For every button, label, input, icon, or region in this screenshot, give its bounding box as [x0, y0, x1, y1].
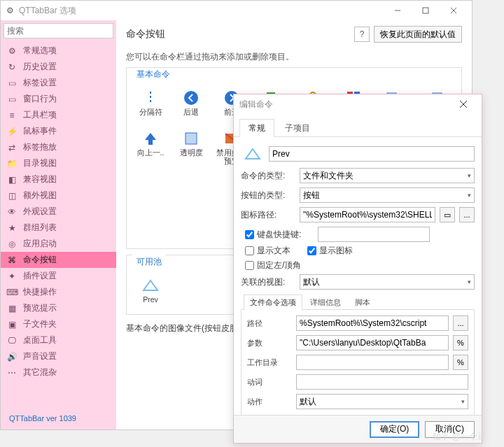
svg-line-3 — [451, 8, 456, 13]
show-icon-checkbox[interactable]: 显示图标 — [307, 245, 353, 257]
assoc-view-label: 关联的视图: — [241, 276, 295, 288]
close-button[interactable] — [440, 1, 468, 20]
iconpath-browse-button[interactable]: ... — [459, 207, 475, 222]
iconpath-input[interactable] — [300, 207, 435, 222]
args-input[interactable] — [296, 335, 449, 350]
desktop-icon: 🖵 — [5, 335, 19, 346]
type-select[interactable]: 文件和文件夹▾ — [300, 168, 475, 183]
sidebar-item-19[interactable]: 🔊声音设置 — [1, 348, 116, 364]
assoc-view-select[interactable]: 默认▾ — [300, 274, 475, 290]
prev-icon — [141, 276, 160, 295]
sidebar-item-label: 工具栏项 — [23, 109, 57, 121]
preview-icon: ▦ — [5, 303, 19, 314]
action-label: 动作 — [247, 397, 292, 407]
show-text-checkbox[interactable]: 显示文本 — [245, 245, 290, 257]
sidebar-item-13[interactable]: ⌘命令按钮 — [1, 252, 116, 268]
sidebar-item-label: 声音设置 — [23, 350, 57, 362]
svg-line-2 — [451, 8, 456, 13]
sidebar-item-label: 常规选项 — [23, 45, 57, 57]
extra-icon: ◫ — [5, 190, 19, 201]
sidebar-item-1[interactable]: ↻历史设置 — [1, 59, 116, 75]
sidebar-item-15[interactable]: ⌨快捷操作 — [1, 284, 116, 300]
workdir-input[interactable] — [296, 355, 449, 370]
cancel-button[interactable]: 取消(C) — [425, 421, 475, 438]
sidebar-item-17[interactable]: ▣子文件夹 — [1, 316, 116, 332]
sidebar-item-label: 外观设置 — [23, 206, 57, 218]
sidebar-item-label: 子文件夹 — [23, 318, 57, 330]
search-input[interactable] — [4, 23, 113, 38]
sidebar-item-3[interactable]: ▭窗口行为 — [1, 91, 116, 107]
path-browse-button[interactable]: ... — [453, 315, 468, 331]
fixed-lt-checkbox[interactable]: 固定左/顶角 — [245, 260, 301, 271]
command-name-input[interactable] — [269, 146, 475, 162]
command-item[interactable]: 透明度 — [172, 128, 211, 167]
version-label: QTTabBar ver 1039 — [1, 407, 116, 430]
command-label: 分隔符 — [139, 108, 162, 125]
sep-icon — [141, 89, 160, 107]
minimize-button[interactable] — [384, 1, 412, 20]
kb-shortcut-input[interactable] — [318, 227, 430, 242]
action-select[interactable]: 默认▾ — [296, 394, 468, 409]
help-button[interactable]: ? — [354, 27, 370, 42]
sidebar-item-label: 预览提示 — [23, 302, 57, 314]
folder-icon: 📁 — [5, 158, 19, 169]
verb-label: 动词 — [247, 377, 292, 388]
other-icon: ⋯ — [5, 367, 19, 378]
tab-general[interactable]: 常规 — [239, 119, 274, 137]
sidebar-item-label: 兼容视图 — [23, 173, 57, 185]
toolbar-icon: ≡ — [5, 110, 19, 121]
sidebar-item-8[interactable]: ◧兼容视图 — [1, 171, 116, 187]
edit-command-dialog: 编辑命令 常规 子项目 命令的类型: 文件和文件夹▾ 按钮的类型: 按钮▾ 图标… — [233, 94, 482, 444]
verb-input[interactable] — [296, 374, 468, 390]
bolt-icon: ⚡ — [5, 126, 19, 137]
sidebar-item-14[interactable]: ✦插件设置 — [1, 268, 116, 284]
command-item[interactable]: 向上一.. — [131, 128, 170, 167]
sidebar-item-9[interactable]: ◫额外视图 — [1, 187, 116, 204]
sidebar-item-4[interactable]: ≡工具栏项 — [1, 107, 116, 123]
command-item[interactable]: 后退 — [172, 87, 211, 127]
sidebar-item-11[interactable]: ★群组列表 — [1, 220, 116, 236]
sidebar: ⚙常规选项↻历史设置▭标签设置▭窗口行为≡工具栏项⚡鼠标事件⇄标签拖放📁目录视图… — [1, 20, 116, 430]
sidebar-item-12[interactable]: ◎应用启动 — [1, 236, 116, 252]
reset-defaults-button[interactable]: 恢复此页面的默认值 — [374, 26, 462, 43]
gear-icon: ⚙ — [5, 45, 19, 57]
sidebar-item-2[interactable]: ▭标签设置 — [1, 75, 116, 91]
subtab-script[interactable]: 脚本 — [349, 295, 377, 310]
subtab-file-cmd[interactable]: 文件命令选项 — [244, 295, 302, 310]
sidebar-item-0[interactable]: ⚙常规选项 — [1, 43, 116, 59]
back-icon — [182, 89, 200, 107]
sidebar-item-7[interactable]: 📁目录视图 — [1, 155, 116, 171]
workdir-label: 工作目录 — [247, 357, 292, 368]
kb-shortcut-checkbox[interactable]: 键盘快捷键: — [245, 227, 301, 242]
tab-subitems[interactable]: 子项目 — [276, 119, 319, 137]
sidebar-item-label: 标签拖放 — [23, 141, 57, 153]
dialog-close-button[interactable] — [451, 96, 476, 113]
dialog-title: 编辑命令 — [239, 99, 451, 111]
command-label: Prev — [143, 296, 158, 313]
sidebar-item-label: 群组列表 — [23, 222, 57, 234]
button-type-select[interactable]: 按钮▾ — [300, 187, 475, 203]
svg-marker-27 — [246, 149, 260, 159]
command-label: 透明度 — [180, 149, 203, 166]
drag-icon: ⇄ — [5, 142, 19, 153]
path-input[interactable] — [296, 315, 449, 331]
sidebar-item-label: 鼠标事件 — [23, 125, 57, 137]
sidebar-item-5[interactable]: ⚡鼠标事件 — [1, 123, 116, 139]
sidebar-item-10[interactable]: 👁外观设置 — [1, 204, 116, 220]
tabs-icon: ▭ — [5, 78, 19, 89]
iconpath-preview-button[interactable]: ▭ — [440, 207, 455, 222]
sidebar-item-6[interactable]: ⇄标签拖放 — [1, 139, 116, 155]
sidebar-item-label: 应用启动 — [23, 238, 57, 250]
subtab-detail[interactable]: 详细信息 — [304, 295, 347, 310]
workdir-token-button[interactable]: % — [453, 355, 468, 370]
command-item[interactable]: Prev — [131, 275, 170, 314]
sidebar-item-16[interactable]: ▦预览提示 — [1, 300, 116, 316]
sidebar-item-20[interactable]: ⋯其它混杂 — [1, 364, 116, 381]
sidebar-item-18[interactable]: 🖵桌面工具 — [1, 332, 116, 348]
args-token-button[interactable]: % — [453, 335, 468, 350]
command-item[interactable]: 分隔符 — [131, 87, 170, 127]
maximize-button[interactable] — [412, 1, 440, 20]
launcher-icon: ◎ — [5, 239, 19, 250]
ok-button[interactable]: 确定(O) — [370, 421, 419, 438]
command-icon: ⌘ — [5, 255, 19, 266]
